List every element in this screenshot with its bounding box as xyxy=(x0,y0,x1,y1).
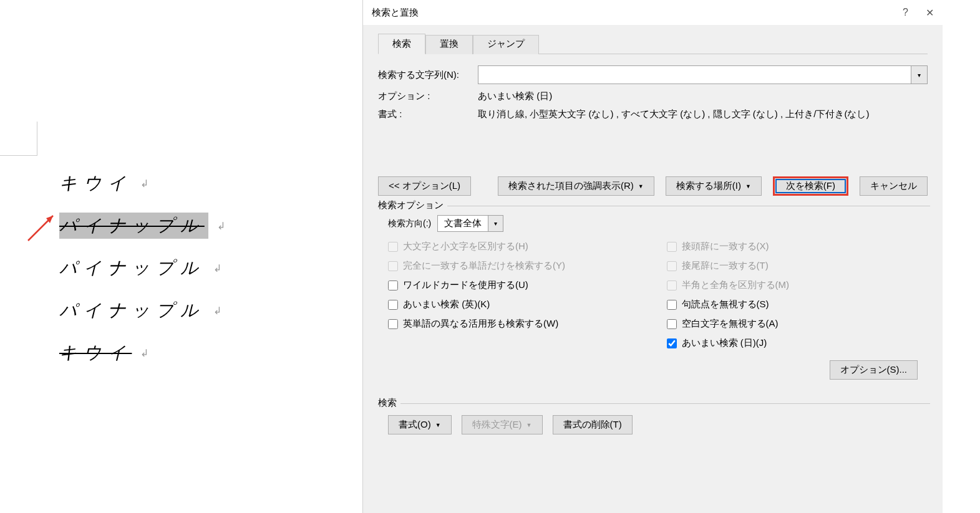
paragraph-mark-icon: ↲ xyxy=(213,262,228,274)
tab-strip: 検索 置換 ジャンプ xyxy=(363,25,943,54)
tab-replace[interactable]: 置換 xyxy=(425,35,473,54)
search-format-legend: 検索 xyxy=(376,397,400,409)
text-line[interactable]: キウイ↲ xyxy=(59,162,231,204)
match-suffix-checkbox: 接尾辞に一致する(T) xyxy=(667,260,921,272)
document-text[interactable]: キウイ↲ パイナップル↲ パイナップル↲ パイナップル↲ キウイ↲ xyxy=(59,162,231,374)
tab-search[interactable]: 検索 xyxy=(378,34,425,54)
dialog-title-bar[interactable]: 検索と置換 ? ✕ xyxy=(363,0,943,25)
fuzzy-en-checkbox[interactable]: あいまい検索 (英)(K) xyxy=(388,299,642,310)
cancel-button[interactable]: キャンセル xyxy=(860,176,928,196)
text-line[interactable]: キウイ↲ xyxy=(59,332,231,374)
paragraph-mark-icon: ↲ xyxy=(217,220,231,232)
text-line[interactable]: パイナップル↲ xyxy=(59,204,231,247)
fuzzy-options-button[interactable]: オプション(S)... xyxy=(830,360,918,380)
find-next-button[interactable]: 次を検索(F) xyxy=(773,176,848,196)
format-label: 書式 : xyxy=(378,108,478,120)
chevron-down-icon: ▼ xyxy=(638,183,644,189)
chevron-down-icon: ▼ xyxy=(745,183,751,189)
chevron-down-icon: ▼ xyxy=(435,422,441,428)
format-value: 取り消し線, 小型英大文字 (なし) , すべて大文字 (なし) , 隠し文字 … xyxy=(478,108,928,120)
match-prefix-checkbox: 接頭辞に一致する(X) xyxy=(667,241,921,252)
dialog-title: 検索と置換 xyxy=(372,7,419,19)
find-replace-dialog: 検索と置換 ? ✕ 検索 置換 ジャンプ 検索する文字列(N): ▾ オプション… xyxy=(362,0,943,513)
search-direction-value: 文書全体 xyxy=(437,215,488,232)
help-icon[interactable]: ? xyxy=(903,7,908,19)
tab-jump[interactable]: ジャンプ xyxy=(473,35,539,54)
search-direction-label: 検索方向(:) xyxy=(388,218,431,229)
main-button-row: << オプション(L) 検索された項目の強調表示(R)▼ 検索する場所(I)▼ … xyxy=(363,176,943,196)
chevron-down-icon: ▾ xyxy=(918,72,921,79)
annotation-arrow-icon xyxy=(25,211,56,242)
special-char-button: 特殊文字(E)▼ xyxy=(462,415,543,434)
search-direction-select[interactable]: 文書全体 ▾ xyxy=(437,215,503,232)
search-options-group: 検索オプション 検索方向(:) 文書全体 ▾ 大文字と小文字を区別する(H) 接… xyxy=(376,206,930,390)
search-input[interactable] xyxy=(478,65,911,84)
document-pane: キウイ↲ パイナップル↲ パイナップル↲ パイナップル↲ キウイ↲ xyxy=(0,0,362,513)
ignore-punct-checkbox[interactable]: 句読点を無視する(S) xyxy=(667,299,921,310)
search-in-button[interactable]: 検索する場所(I)▼ xyxy=(666,176,762,196)
word-forms-checkbox[interactable]: 英単語の異なる活用形も検索する(W) xyxy=(388,318,642,330)
tab-body: 検索する文字列(N): ▾ オプション : あいまい検索 (日) 書式 : 取り… xyxy=(378,54,928,120)
format-button[interactable]: 書式(O)▼ xyxy=(388,415,452,434)
clear-format-button[interactable]: 書式の削除(T) xyxy=(553,415,633,434)
options-label: オプション : xyxy=(378,90,478,102)
fuzzy-jp-checkbox[interactable]: あいまい検索 (日)(J) xyxy=(667,337,921,349)
svg-line-0 xyxy=(28,216,53,241)
search-history-dropdown[interactable]: ▾ xyxy=(911,65,928,84)
search-options-legend: 検索オプション xyxy=(376,199,447,211)
text-line[interactable]: パイナップル↲ xyxy=(59,289,231,332)
half-full-width-checkbox: 半角と全角を区別する(M) xyxy=(667,279,921,291)
svg-marker-1 xyxy=(46,216,53,223)
ignore-space-checkbox[interactable]: 空白文字を無視する(A) xyxy=(667,318,921,330)
page-corner-mark xyxy=(0,122,37,156)
less-options-button[interactable]: << オプション(L) xyxy=(378,176,471,196)
text-line[interactable]: パイナップル↲ xyxy=(59,247,231,289)
paragraph-mark-icon: ↲ xyxy=(213,305,228,317)
close-icon[interactable]: ✕ xyxy=(926,7,934,19)
match-case-checkbox: 大文字と小文字を区別する(H) xyxy=(388,241,642,252)
chevron-down-icon: ▼ xyxy=(526,422,532,428)
paragraph-mark-icon: ↲ xyxy=(140,347,155,359)
highlight-results-button[interactable]: 検索された項目の強調表示(R)▼ xyxy=(498,176,654,196)
search-string-label: 検索する文字列(N): xyxy=(378,69,478,81)
chevron-down-icon[interactable]: ▾ xyxy=(488,215,503,232)
search-format-group: 検索 書式(O)▼ 特殊文字(E)▼ 書式の削除(T) xyxy=(376,403,930,444)
options-value: あいまい検索 (日) xyxy=(478,90,928,102)
wildcard-checkbox[interactable]: ワイルドカードを使用する(U) xyxy=(388,279,642,291)
paragraph-mark-icon: ↲ xyxy=(140,178,155,189)
whole-word-checkbox: 完全に一致する単語だけを検索する(Y) xyxy=(388,260,642,272)
